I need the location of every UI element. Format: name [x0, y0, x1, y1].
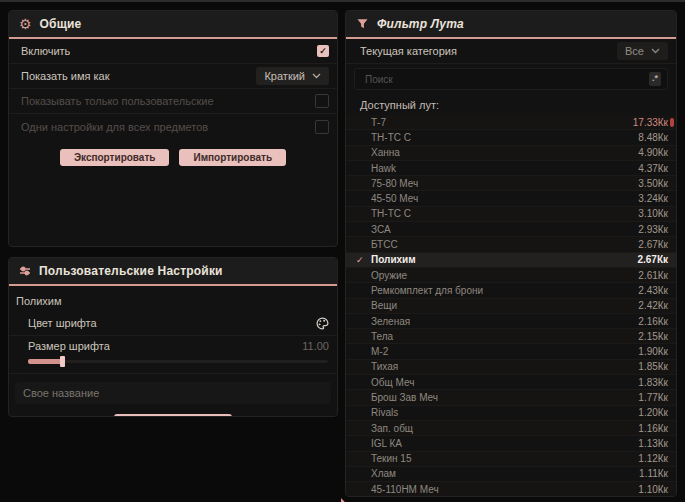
loot-list-label: Доступный лут: — [346, 94, 676, 115]
loot-row[interactable]: ✓ Зап. общ 1.16Кк — [346, 421, 676, 436]
loot-item-name: 45-110НМ Меч — [371, 484, 638, 495]
loot-row[interactable]: ✓ М-2 1.90Кк — [346, 344, 676, 359]
loot-item-name: Оружие — [371, 270, 638, 281]
mouse-cursor-icon — [340, 496, 350, 502]
loot-row[interactable]: ✓ Текин 15 1.12Кк — [346, 452, 676, 467]
panel-loot-filter: Фильтр Лута Текущая категория Все Поиск … — [345, 10, 677, 497]
regex-icon[interactable]: .* — [649, 72, 661, 86]
panel-general-header: ⚙ Общие — [9, 11, 337, 39]
only-custom-label: Показывать только пользовательские — [21, 95, 214, 107]
panel-general-title: Общие — [40, 17, 82, 31]
category-value: Все — [625, 45, 644, 57]
loot-item-name: ТН-ТС С — [371, 132, 638, 143]
loot-item-value: 1.20Кк — [638, 407, 668, 418]
slider-track — [28, 360, 328, 363]
search-placeholder: Поиск — [365, 74, 393, 85]
loot-row[interactable]: ✓ БТСС 2.67Кк — [346, 237, 676, 252]
panel-custom-body: Полихим Цвет шрифта Размер шрифта 11.00 — [9, 286, 337, 417]
loot-row[interactable]: ✓ Общ Меч 1.83Кк — [346, 375, 676, 390]
chevron-down-icon — [312, 73, 321, 79]
font-size-row: Размер шрифта 11.00 — [9, 336, 337, 374]
loot-item-name: Зап. общ — [371, 423, 638, 434]
loot-list: ✓ Т-7 17.33Кк ✓ ТН-ТС С 8.48Кк ✓ Ханна 4… — [346, 115, 676, 497]
loot-row[interactable]: ✓ Hawk 4.37Кк — [346, 161, 676, 176]
loot-row[interactable]: ✓ Полихим 2.67Кк — [346, 253, 676, 268]
loot-item-name: Rivals — [371, 407, 638, 418]
slider-handle[interactable] — [60, 356, 65, 367]
only-custom-checkbox[interactable] — [315, 94, 329, 108]
sliders-icon — [19, 265, 31, 277]
loot-row[interactable]: ✓ Оружие 2.61Кк — [346, 268, 676, 283]
setting-row-display-name[interactable]: Показать имя как Краткий — [9, 64, 337, 89]
loot-row[interactable]: ✓ 45-50 Меч 3.24Кк — [346, 191, 676, 206]
delete-button[interactable]: Удалить — [114, 414, 231, 417]
font-color-row[interactable]: Цвет шрифта — [9, 311, 337, 336]
loot-item-value: 8.48Кк — [638, 132, 668, 143]
loot-item-name: Ханна — [371, 147, 638, 158]
loot-item-value: 3.10Кк — [638, 208, 668, 219]
custom-name-input[interactable]: Свое название — [15, 382, 331, 404]
funnel-icon — [356, 18, 369, 30]
delete-row: Удалить — [9, 414, 337, 417]
loot-row[interactable]: ✓ Брош Зав Меч 1.77Кк — [346, 390, 676, 405]
search-input[interactable]: Поиск .* — [354, 68, 668, 90]
loot-row[interactable]: ✓ Т-7 17.33Кк — [346, 115, 676, 130]
chevron-down-icon — [651, 48, 660, 54]
loot-item-value: 3.24Кк — [638, 193, 668, 204]
category-dropdown[interactable]: Все — [617, 42, 668, 60]
same-settings-checkbox[interactable] — [315, 120, 329, 134]
loot-row[interactable]: ✓ Ремкомплект для брони 2.43Кк — [346, 283, 676, 298]
setting-row-only-custom[interactable]: Показывать только пользовательские — [9, 89, 337, 114]
loot-item-name: Полихим — [371, 254, 637, 265]
loot-item-name: Хлам — [371, 468, 639, 479]
setting-row-same-settings[interactable]: Одни настройки для всех предметов — [9, 114, 337, 139]
loot-row[interactable]: ✓ ЗСА 2.93Кк — [346, 222, 676, 237]
panel-general-body: Включить ✓ Показать имя как Краткий Пока… — [9, 39, 337, 166]
loot-item-name: Текин 15 — [371, 453, 638, 464]
category-label: Текущая категория — [360, 45, 457, 57]
loot-item-value: 2.15Кк — [638, 331, 668, 342]
loot-item-value: 2.43Кк — [638, 285, 668, 296]
loot-row[interactable]: ✓ Ханна 4.90Кк — [346, 146, 676, 161]
loot-item-value: 1.90Кк — [638, 346, 668, 357]
panel-filter-body: Текущая категория Все Поиск .* Доступный… — [346, 39, 676, 497]
loot-row[interactable]: ✓ Тела 2.15Кк — [346, 329, 676, 344]
scrollbar-thumb[interactable] — [670, 118, 674, 127]
loot-row[interactable]: ✓ Зеленая 2.16Кк — [346, 314, 676, 329]
loot-item-name: 75-80 Меч — [371, 178, 638, 189]
font-size-slider[interactable] — [28, 356, 328, 367]
panel-filter-header: Фильтр Лута — [346, 11, 676, 39]
loot-item-value: 1.13Кк — [638, 438, 668, 449]
slider-fill — [28, 359, 62, 364]
loot-item-value: 2.42Кк — [638, 300, 668, 311]
palette-icon[interactable] — [316, 317, 329, 330]
panel-custom-title: Пользовательские Настройки — [39, 264, 223, 278]
loot-item-value: 2.67Кк — [638, 239, 668, 250]
loot-item-name: Т-7 — [371, 117, 633, 128]
setting-row-enable[interactable]: Включить ✓ — [9, 39, 337, 64]
loot-row[interactable]: ✓ 75-80 Меч 3.50Кк — [346, 176, 676, 191]
loot-item-value: 2.61Кк — [638, 270, 668, 281]
loot-row[interactable]: ✓ Хлам 1.11Кк — [346, 467, 676, 482]
import-button[interactable]: Импортировать — [179, 149, 286, 166]
loot-row[interactable]: ✓ Тихая 1.85Кк — [346, 360, 676, 375]
loot-row[interactable]: ✓ IGL КА 1.13Кк — [346, 436, 676, 451]
display-name-dropdown[interactable]: Краткий — [256, 67, 329, 85]
loot-item-name: Тихая — [371, 361, 638, 372]
loot-item-name: IGL КА — [371, 438, 638, 449]
enable-checkbox[interactable]: ✓ — [317, 45, 329, 57]
loot-item-name: М-2 — [371, 346, 638, 357]
loot-row[interactable]: ✓ Rivals 1.20Кк — [346, 406, 676, 421]
gear-icon: ⚙ — [19, 17, 32, 31]
category-row[interactable]: Текущая категория Все — [346, 39, 676, 64]
loot-row[interactable]: ✓ Вещи 2.42Кк — [346, 299, 676, 314]
export-button[interactable]: Экспортировать — [60, 149, 170, 166]
enable-label: Включить — [21, 45, 70, 57]
loot-item-name: Брош Зав Меч — [371, 392, 638, 403]
loot-row[interactable]: ✓ 45-110НМ Меч 1.10Кк — [346, 482, 676, 497]
check-icon: ✓ — [319, 47, 327, 56]
loot-row[interactable]: ✓ ТН-ТС С 8.48Кк — [346, 130, 676, 145]
loot-item-name: ЗСА — [371, 224, 638, 235]
panel-filter-title: Фильтр Лута — [377, 17, 464, 31]
loot-row[interactable]: ✓ ТН-ТС С 3.10Кк — [346, 207, 676, 222]
